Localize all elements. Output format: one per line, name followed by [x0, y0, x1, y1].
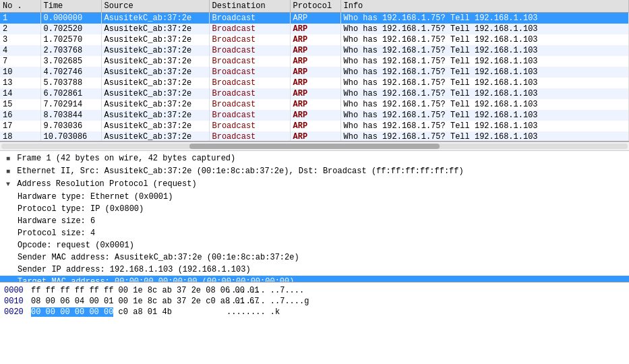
col-header-info: Info — [340, 0, 629, 13]
table-row[interactable]: 20.702520AsusitekC_ab:37:2eBroadcastARPW… — [0, 24, 629, 34]
cell-info: Who has 192.168.1.75? Tell 192.168.1.103 — [340, 88, 629, 99]
cell-info: Who has 192.168.1.75? Tell 192.168.1.103 — [340, 13, 629, 24]
frame-detail-text: Frame 1 (42 bytes on wire, 42 bytes capt… — [17, 154, 235, 163]
cell-time: 0.702520 — [40, 24, 101, 34]
hex-bytes: 00 00 00 00 00 00 c0 a8 01 4b — [31, 307, 227, 317]
cell-info: Who has 192.168.1.75? Tell 192.168.1.103 — [340, 121, 629, 131]
cell-source: AsusitekC_ab:37:2e — [101, 56, 209, 67]
table-row[interactable]: 146.702861AsusitekC_ab:37:2eBroadcastARP… — [0, 88, 629, 99]
arp-field-row[interactable]: Protocol type: IP (0x0800) — [0, 203, 629, 215]
cell-time: 2.703768 — [40, 45, 101, 56]
cell-protocol: ARP — [290, 67, 340, 78]
cell-protocol: ARP — [290, 131, 340, 142]
cell-destination: Broadcast — [209, 13, 290, 24]
table-row[interactable]: 42.703768AsusitekC_ab:37:2eBroadcastARPW… — [0, 45, 629, 56]
cell-time: 9.703036 — [40, 121, 101, 131]
cell-no: 16 — [0, 110, 40, 121]
col-header-protocol: Protocol — [290, 0, 340, 13]
table-row[interactable]: 73.702685AsusitekC_ab:37:2eBroadcastARPW… — [0, 56, 629, 67]
col-header-time: Time — [40, 0, 101, 13]
cell-info: Who has 192.168.1.75? Tell 192.168.1.103 — [340, 56, 629, 67]
hex-offset: 0020 — [4, 307, 31, 317]
cell-time: 5.703788 — [40, 78, 101, 88]
col-header-destination: Destination — [209, 0, 290, 13]
hex-row: 001008 00 06 04 00 01 00 1e 8c ab 37 2e … — [4, 296, 625, 307]
cell-info: Who has 192.168.1.75? Tell 192.168.1.103 — [340, 131, 629, 142]
cell-no: 1 — [0, 13, 40, 24]
table-row[interactable]: 179.703036AsusitekC_ab:37:2eBroadcastARP… — [0, 121, 629, 131]
arp-header-text: Address Resolution Protocol (request) — [17, 179, 196, 189]
cell-no: 13 — [0, 78, 40, 88]
arp-field-row[interactable]: Target MAC address: 00:00:00_00:00:00 (0… — [0, 276, 629, 282]
cell-no: 17 — [0, 121, 40, 131]
horizontal-scrollbar[interactable] — [0, 142, 629, 151]
hex-rest: c0 a8 01 4b — [113, 307, 171, 317]
col-header-no: No . — [0, 0, 40, 13]
frame-detail-row[interactable]: ■ Frame 1 (42 bytes on wire, 42 bytes ca… — [0, 152, 629, 165]
arp-field-row[interactable]: Hardware type: Ethernet (0x0001) — [0, 191, 629, 203]
cell-source: AsusitekC_ab:37:2e — [101, 88, 209, 99]
ethernet-detail-text: Ethernet II, Src: AsusitekC_ab:37:2e (00… — [17, 166, 464, 176]
expand-icon-arp: ▼ — [4, 179, 12, 190]
hex-bytes: 08 00 06 04 00 01 00 1e 8c ab 37 2e c0 a… — [31, 296, 227, 307]
cell-no: 7 — [0, 56, 40, 67]
cell-protocol: ARP — [290, 121, 340, 131]
cell-no: 10 — [0, 67, 40, 78]
arp-field-row[interactable]: Hardware size: 6 — [0, 215, 629, 227]
cell-time: 8.703844 — [40, 110, 101, 121]
arp-field-row[interactable]: Protocol size: 4 — [0, 227, 629, 239]
cell-no: 14 — [0, 88, 40, 99]
hex-offset: 0000 — [4, 285, 31, 296]
hex-row: 0000ff ff ff ff ff ff 00 1e 8c ab 37 2e … — [4, 285, 625, 296]
cell-source: AsusitekC_ab:37:2e — [101, 99, 209, 110]
expand-icon-frame: ■ — [4, 154, 12, 164]
hex-bytes: ff ff ff ff ff ff 00 1e 8c ab 37 2e 08 0… — [31, 285, 227, 296]
cell-destination: Broadcast — [209, 110, 290, 121]
cell-info: Who has 192.168.1.75? Tell 192.168.1.103 — [340, 67, 629, 78]
table-header: No . Time Source Destination Protocol In… — [0, 0, 629, 13]
table-row[interactable]: 1810.703086AsusitekC_ab:37:2eBroadcastAR… — [0, 131, 629, 142]
cell-time: 4.702746 — [40, 67, 101, 78]
cell-protocol: ARP — [290, 45, 340, 56]
arp-field-row[interactable]: Sender MAC address: AsusitekC_ab:37:2e (… — [0, 251, 629, 264]
table-row[interactable]: 157.702914AsusitekC_ab:37:2eBroadcastARP… — [0, 99, 629, 110]
table-row[interactable]: 168.703844AsusitekC_ab:37:2eBroadcastARP… — [0, 110, 629, 121]
cell-info: Who has 192.168.1.75? Tell 192.168.1.103 — [340, 45, 629, 56]
cell-source: AsusitekC_ab:37:2e — [101, 78, 209, 88]
cell-source: AsusitekC_ab:37:2e — [101, 110, 209, 121]
cell-destination: Broadcast — [209, 34, 290, 45]
arp-field-row[interactable]: Sender IP address: 192.168.1.103 (192.16… — [0, 264, 629, 276]
cell-time: 3.702685 — [40, 56, 101, 67]
cell-destination: Broadcast — [209, 56, 290, 67]
hex-row: 002000 00 00 00 00 00 c0 a8 01 4b ......… — [4, 307, 625, 317]
packet-tbody: 10.000000AsusitekC_ab:37:2eBroadcastARPW… — [0, 13, 629, 142]
cell-protocol: ARP — [290, 56, 340, 67]
cell-info: Who has 192.168.1.75? Tell 192.168.1.103 — [340, 24, 629, 34]
table-row[interactable]: 31.702570AsusitekC_ab:37:2eBroadcastARPW… — [0, 34, 629, 45]
cell-protocol: ARP — [290, 34, 340, 45]
table-row[interactable]: 104.702746AsusitekC_ab:37:2eBroadcastARP… — [0, 67, 629, 78]
cell-destination: Broadcast — [209, 99, 290, 110]
cell-time: 0.000000 — [40, 13, 101, 24]
cell-protocol: ARP — [290, 99, 340, 110]
cell-source: AsusitekC_ab:37:2e — [101, 45, 209, 56]
ethernet-detail-row[interactable]: ■ Ethernet II, Src: AsusitekC_ab:37:2e (… — [0, 165, 629, 178]
arp-header-row[interactable]: ▼ Address Resolution Protocol (request) — [0, 178, 629, 191]
cell-no: 15 — [0, 99, 40, 110]
cell-time: 1.702570 — [40, 34, 101, 45]
arp-field-row[interactable]: Opcode: request (0x0001) — [0, 239, 629, 251]
cell-destination: Broadcast — [209, 45, 290, 56]
hex-highlight: 00 00 00 00 00 00 — [31, 307, 113, 317]
cell-destination: Broadcast — [209, 88, 290, 99]
table-row[interactable]: 135.703788AsusitekC_ab:37:2eBroadcastARP… — [0, 78, 629, 88]
expand-icon-ethernet: ■ — [4, 166, 12, 177]
scrollbar-thumb[interactable] — [189, 144, 440, 149]
cell-no: 4 — [0, 45, 40, 56]
packet-detail-section: ■ Frame 1 (42 bytes on wire, 42 bytes ca… — [0, 151, 629, 282]
cell-source: AsusitekC_ab:37:2e — [101, 121, 209, 131]
cell-no: 2 — [0, 24, 40, 34]
packet-table: No . Time Source Destination Protocol In… — [0, 0, 629, 142]
table-row[interactable]: 10.000000AsusitekC_ab:37:2eBroadcastARPW… — [0, 13, 629, 24]
cell-no: 3 — [0, 34, 40, 45]
cell-destination: Broadcast — [209, 78, 290, 88]
